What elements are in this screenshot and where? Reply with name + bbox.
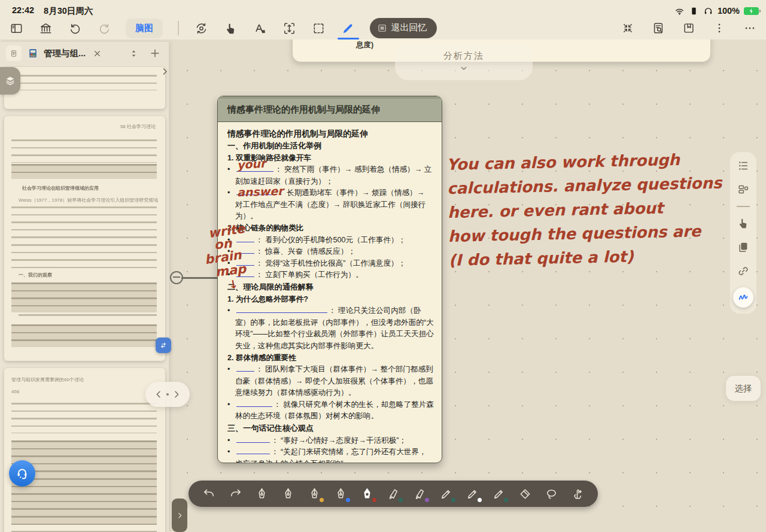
bullet-text: ： 团队刚拿下大项目（群体事件）→ 整个部门都感到自豪（群体情感）→ 即使个人加…	[235, 365, 433, 397]
fill-in-blank[interactable]	[236, 364, 254, 372]
fill-in-blank[interactable]	[236, 436, 270, 443]
sort-tabs-button[interactable]	[126, 48, 141, 59]
pdf-page[interactable]: 管理与组织发展需掌握的60个理论 456	[4, 368, 165, 532]
marker-tool-button[interactable]	[384, 483, 402, 504]
dots-vertical-button[interactable]	[712, 19, 727, 37]
note-bullet-line: •answer： 长期通勤堵车（事件）→ 烦躁（情感）→ 对工作地点产生不满（态…	[227, 187, 434, 223]
sidebar-tab-bar: 管理与组...	[0, 42, 169, 65]
sync-button[interactable]	[194, 19, 209, 37]
note-card-header: 情感事件理论的作用机制与局限的延伸	[218, 96, 442, 122]
section-heading: 社会学习理论在组织管理领域的应用	[22, 185, 158, 191]
redo-arrow-icon	[229, 487, 242, 501]
gesture-icon	[571, 487, 585, 501]
selection-frame-button[interactable]	[311, 19, 327, 37]
note-bullet-line: •： “关起门来研究情绪，忘了门外还有大世界，也忘了身边人的心情会互相影响”。	[227, 446, 434, 463]
marker-tool-button[interactable]	[411, 483, 428, 504]
pencil-tool-button[interactable]	[437, 483, 455, 504]
pages-icon	[737, 241, 750, 254]
note-bullet-line: •： 团队刚拿下大项目（群体事件）→ 整个部门都感到自豪（群体情感）→ 即使个人…	[227, 364, 434, 399]
list-button[interactable]	[733, 158, 753, 174]
pencil-tool-button[interactable]	[463, 483, 481, 504]
chevron-right-icon	[160, 67, 169, 76]
link-button[interactable]	[733, 263, 753, 279]
sidebar-expand-handle-top[interactable]	[160, 67, 169, 78]
add-tab-button[interactable]	[147, 47, 163, 59]
fill-in-blank[interactable]: answer	[236, 188, 276, 195]
lasso-tool-button[interactable]	[542, 483, 560, 504]
close-tab-button[interactable]	[90, 49, 104, 58]
color-dot	[451, 498, 455, 502]
dots-horizontal-button[interactable]	[742, 19, 758, 37]
redo-button[interactable]	[96, 19, 112, 37]
color-dot	[478, 498, 482, 502]
pen-filled-tool-button[interactable]	[358, 483, 376, 504]
document-tab[interactable]: 管理与组...	[27, 47, 121, 59]
tablet-icon	[689, 6, 699, 16]
pen-tool-button[interactable]	[305, 483, 323, 504]
partial-card-text: 息度)	[356, 40, 373, 50]
doc-search-button[interactable]	[651, 19, 666, 37]
pen-tool-button[interactable]	[332, 483, 349, 504]
collapse-button[interactable]	[620, 19, 636, 37]
eraser-tool-button[interactable]	[516, 483, 534, 504]
fill-in-blank[interactable]: your	[236, 165, 273, 172]
scribble-button[interactable]	[733, 287, 753, 308]
hand-pointer-button[interactable]	[223, 19, 239, 37]
bullet-dot: •	[227, 435, 235, 447]
library-icon	[39, 22, 53, 35]
resize-vertical-button[interactable]	[282, 19, 297, 37]
undo-icon	[68, 22, 82, 35]
chevron-down-icon	[458, 63, 469, 74]
layers-panel-tab[interactable]	[0, 67, 20, 95]
previous-page-button[interactable]	[154, 390, 163, 399]
text-format-icon	[253, 22, 267, 35]
text-format-button[interactable]	[253, 19, 268, 37]
document-list-button[interactable]	[6, 45, 22, 61]
card-icon	[377, 23, 388, 34]
select-button[interactable]: 选择	[726, 376, 761, 401]
note-bullet-line: •： 理论只关注公司内部（卧室）的事，比如老板批评（内部事件），但没考虑外面的“…	[227, 305, 434, 352]
fill-in-blank[interactable]	[236, 400, 272, 407]
note-bullet-line: •： 就像只研究单个树木的生长，却忽略了整片森林的生态环境（群体氛围）对树木的影…	[227, 399, 434, 422]
bullet-dot: •	[227, 164, 235, 187]
pdf-page-fragment[interactable]	[4, 67, 165, 109]
fill-in-blank[interactable]	[236, 306, 327, 313]
undo-button[interactable]	[67, 19, 83, 37]
selection-frame-icon	[312, 22, 326, 35]
assistant-button[interactable]	[9, 460, 35, 487]
pencil-tool-button[interactable]	[490, 483, 507, 504]
library-button[interactable]	[38, 19, 53, 37]
pages-button[interactable]	[733, 239, 753, 255]
status-icons	[674, 6, 713, 16]
document-tab-title: 管理与组...	[44, 48, 86, 59]
panel-expand-handle-bottom[interactable]	[172, 498, 187, 532]
pencil-tool-button[interactable]	[341, 19, 356, 37]
pdf-page[interactable]: 58 社会学习理论 社会学习理论在组织管理领域的应用 Weiss（1977，19…	[4, 116, 165, 361]
note-section-heading: 三、一句话记住核心观点	[227, 422, 434, 435]
swap-arrows-icon	[159, 340, 168, 351]
page-running-header: 管理与组织发展需掌握的60个理论	[11, 376, 158, 383]
collapse-icon	[622, 22, 634, 34]
exit-recall-label: 退出回忆	[391, 22, 427, 34]
board-layout-button[interactable]	[733, 182, 753, 197]
swap-compare-button[interactable]	[156, 338, 171, 353]
fill-in-blank[interactable]	[236, 447, 270, 454]
gesture-tool-button[interactable]	[569, 483, 586, 504]
sidebar-panel-button[interactable]	[8, 19, 24, 37]
exit-recall-button[interactable]: 退出回忆	[370, 18, 437, 38]
analysis-node[interactable]: 分析方法	[395, 43, 533, 80]
pen-tool-button[interactable]	[253, 483, 270, 504]
next-page-button[interactable]	[172, 390, 181, 399]
mindmap-button[interactable]: 脑图	[126, 19, 163, 38]
pen-tool-button[interactable]	[279, 483, 297, 504]
hand-pointer-icon	[224, 22, 238, 35]
hand-pointer-button[interactable]	[733, 215, 753, 231]
document-sidebar: 管理与组... 58 社会学习理论 社会学习理论在组织管	[0, 42, 169, 532]
undo-arrow-tool-button[interactable]	[200, 483, 218, 504]
toolbar-divider	[737, 206, 750, 207]
redo-arrow-tool-button[interactable]	[226, 483, 244, 504]
pen-filled-icon	[360, 487, 374, 501]
handwritten-annotation-left: writeonbrainmap↓	[201, 225, 267, 297]
handwritten-word: map	[215, 262, 247, 279]
bookmark-button[interactable]	[681, 19, 697, 37]
